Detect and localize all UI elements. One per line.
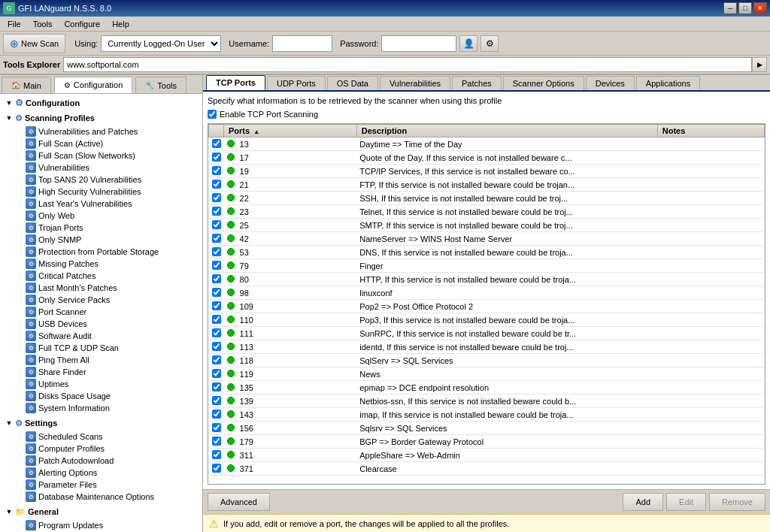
tree-item-parameter-files[interactable]: ⚙ Parameter Files (2, 479, 201, 491)
row-checkbox[interactable] (212, 274, 221, 283)
tree-item-high-security[interactable]: ⚙ High Security Vulnerabilities (2, 186, 201, 198)
tab-devices[interactable]: Devices (586, 76, 635, 90)
scanning-profiles-expand-icon[interactable]: ▼ (3, 112, 15, 124)
table-row[interactable]: 119 News (209, 367, 765, 381)
row-checkbox[interactable] (212, 180, 221, 189)
table-row[interactable]: 110 Pop3, If this service is not install… (209, 313, 765, 327)
table-row[interactable]: 13 Daytime => Time of the Day (209, 138, 765, 151)
table-row[interactable]: 156 Sqlsrv => SQL Services (209, 422, 765, 435)
password-input[interactable] (381, 35, 456, 52)
row-checkbox[interactable] (212, 261, 221, 270)
table-row[interactable]: 23 Telnet, If this service is not instal… (209, 205, 765, 219)
user-icon-button[interactable]: 👤 (459, 35, 477, 52)
tree-section-settings[interactable]: ▼ ⚙ Settings (2, 416, 201, 431)
tree-item-uptimes[interactable]: ⚙ Uptimes (2, 378, 201, 390)
tree-item-system-info[interactable]: ⚙ System Information (2, 402, 201, 414)
table-row[interactable]: 53 DNS, If this service is not installed… (209, 246, 765, 259)
tree-item-usb-devices[interactable]: ⚙ USB Devices (2, 318, 201, 330)
tree-item-full-tcp-udp[interactable]: ⚙ Full TCP & UDP Scan (2, 342, 201, 354)
tools-explorer-go-button[interactable]: ▶ (752, 57, 767, 72)
table-row[interactable]: 21 FTP, If this service is not installed… (209, 178, 765, 192)
row-checkbox[interactable] (212, 301, 221, 310)
username-input[interactable] (272, 35, 332, 52)
advanced-button[interactable]: Advanced (208, 493, 270, 511)
table-row[interactable]: 311 AppleShare => Web-Admin (209, 449, 765, 462)
tree-item-program-updates[interactable]: ⚙ Program Updates (2, 519, 201, 531)
row-checkbox[interactable] (212, 342, 221, 351)
row-checkbox[interactable] (212, 450, 221, 459)
tools-explorer-url-input[interactable] (63, 57, 752, 72)
tab-scanner-options[interactable]: Scanner Options (503, 76, 584, 90)
row-checkbox[interactable] (212, 207, 221, 216)
row-checkbox[interactable] (212, 288, 221, 297)
tab-patches[interactable]: Patches (452, 76, 502, 90)
enable-tcp-checkbox[interactable] (208, 110, 217, 119)
row-checkbox[interactable] (212, 247, 221, 256)
row-checkbox[interactable] (212, 410, 221, 419)
tree-item-only-web[interactable]: ⚙ Only Web (2, 210, 201, 222)
table-row[interactable]: 25 SMTP, If this service is not installe… (209, 219, 765, 232)
table-row[interactable]: 113 identd, If this service is not insta… (209, 340, 765, 354)
tree-item-computer-profiles[interactable]: ⚙ Computer Profiles (2, 443, 201, 455)
row-checkbox[interactable] (212, 382, 221, 391)
tree-item-scheduled-scans[interactable]: ⚙ Scheduled Scans (2, 431, 201, 443)
col-header-description[interactable]: Description (356, 125, 657, 138)
tree-section-scanning-profiles[interactable]: ▼ ⚙ Scanning Profiles (2, 110, 201, 125)
tree-item-vulnerabilities-patches[interactable]: ⚙ Vulnerabilities and Patches (2, 125, 201, 138)
row-checkbox[interactable] (212, 328, 221, 337)
col-header-ports[interactable]: Ports ▲ (224, 125, 357, 138)
col-header-notes[interactable]: Notes (657, 125, 764, 138)
edit-button[interactable]: Edit (666, 493, 706, 511)
table-row[interactable]: 139 Netbios-ssn, If this service is not … (209, 394, 765, 408)
row-checkbox[interactable] (212, 220, 221, 229)
tree-item-only-service-packs[interactable]: ⚙ Only Service Packs (2, 294, 201, 306)
tree-section-configuration[interactable]: ▼ ⚙ Configuration (2, 95, 201, 110)
row-checkbox[interactable] (212, 423, 221, 432)
row-checkbox[interactable] (212, 234, 221, 243)
tab-os-data[interactable]: OS Data (327, 76, 378, 90)
tree-item-full-scan-slow[interactable]: ⚙ Full Scan (Slow Networks) (2, 150, 201, 162)
row-checkbox[interactable] (212, 355, 221, 364)
tab-udp-ports[interactable]: UDP Ports (267, 76, 326, 90)
row-checkbox[interactable] (212, 437, 221, 446)
tree-item-protection-portable[interactable]: ⚙ Protection from Portable Storage (2, 246, 201, 258)
tree-item-ping-them-all[interactable]: ⚙ Ping Them All (2, 354, 201, 366)
add-button[interactable]: Add (623, 493, 663, 511)
tree-item-port-scanner[interactable]: ⚙ Port Scanner (2, 306, 201, 318)
table-row[interactable]: 109 Pop2 => Post Office Protocol 2 (209, 300, 765, 313)
general-expand-icon[interactable]: ▼ (3, 506, 15, 518)
tree-item-vulnerabilities[interactable]: ⚙ Vulnerabilities (2, 162, 201, 174)
tab-tcp-ports[interactable]: TCP Ports (206, 75, 265, 90)
row-checkbox[interactable] (212, 166, 221, 175)
tree-item-last-month-patches[interactable]: ⚙ Last Month's Patches (2, 282, 201, 294)
table-row[interactable]: 371 Clearcase (209, 462, 765, 476)
row-checkbox[interactable] (212, 369, 221, 378)
new-scan-button[interactable]: ⊕ New Scan (3, 34, 65, 53)
close-button[interactable]: ✕ (753, 2, 767, 14)
row-checkbox[interactable] (212, 139, 221, 148)
tree-item-trojan-ports[interactable]: ⚙ Trojan Ports (2, 222, 201, 234)
tab-configuration[interactable]: ⚙ Configuration (54, 77, 132, 93)
tree-item-alerting-options[interactable]: ⚙ Alerting Options (2, 467, 201, 479)
tree-section-general[interactable]: ▼ 📁 General (2, 504, 201, 519)
table-row[interactable]: 22 SSH, If this service is not installed… (209, 192, 765, 205)
table-row[interactable]: 111 SunRPC, If this service is not insta… (209, 327, 765, 340)
table-row[interactable]: 42 NameServer => WINS Host Name Server (209, 232, 765, 246)
tree-item-share-finder[interactable]: ⚙ Share Finder (2, 366, 201, 378)
row-checkbox[interactable] (212, 153, 221, 162)
menu-tools[interactable]: Tools (27, 18, 59, 30)
table-row[interactable]: 19 TCP/IP Services, If this service is n… (209, 165, 765, 178)
tree-item-db-maintenance[interactable]: ⚙ Database Maintenance Options (2, 491, 201, 503)
tree-item-last-year-vuln[interactable]: ⚙ Last Year's Vulnerabilities (2, 198, 201, 210)
maximize-button[interactable]: □ (738, 2, 752, 14)
settings-expand-icon[interactable]: ▼ (3, 417, 15, 429)
menu-help[interactable]: Help (106, 18, 135, 30)
tree-item-only-snmp[interactable]: ⚙ Only SNMP (2, 234, 201, 246)
configuration-expand-icon[interactable]: ▼ (3, 97, 15, 109)
table-row[interactable]: 79 Finger (209, 259, 765, 273)
table-row[interactable]: 179 BGP => Border Gateway Protocol (209, 435, 765, 449)
settings-icon-button[interactable]: ⚙ (480, 35, 499, 52)
tab-main[interactable]: 🏠 Main (2, 77, 51, 93)
using-select[interactable]: Currently Logged-On User (101, 35, 221, 52)
tree-item-disks-space[interactable]: ⚙ Disks Space Usage (2, 390, 201, 402)
